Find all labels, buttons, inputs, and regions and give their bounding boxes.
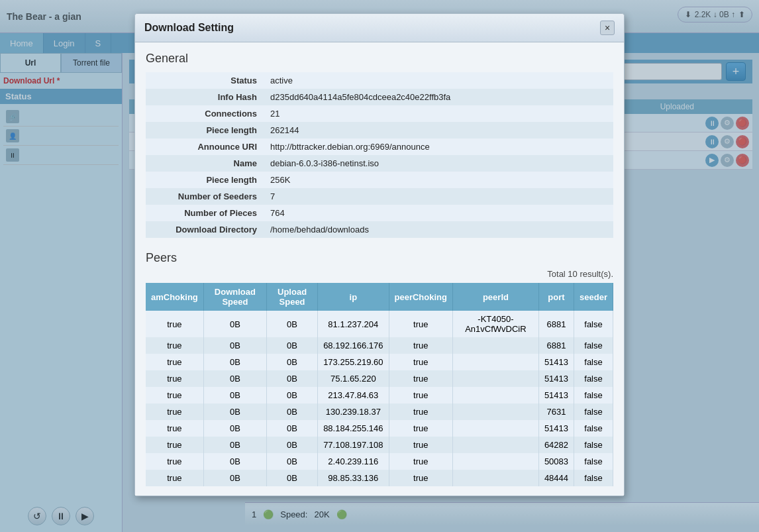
field-value: /home/behdad/downloads [265, 221, 613, 238]
peers-cell: 0B [266, 387, 317, 403]
peers-section-title: Peers [146, 251, 613, 265]
table-row: true0B0B130.239.18.37true7631false [146, 403, 613, 420]
peers-cell: false [574, 453, 613, 470]
field-label: Number of Seeders [146, 188, 265, 205]
info-row: Download Directory/home/behdad/downloads [146, 221, 613, 238]
peers-cell: 0B [266, 453, 317, 470]
peers-cell: 51413 [538, 370, 574, 387]
peers-cell: false [574, 420, 613, 437]
peers-column-header: peerChoking [389, 283, 452, 311]
peers-cell: false [574, 403, 613, 420]
peers-column-header: amChoking [146, 283, 203, 311]
peers-cell: 98.85.33.136 [318, 470, 389, 486]
modal-header: Download Setting × [135, 14, 624, 42]
field-value: d235dd640a4114a5fe804cdceea2c40e22ffb3fa [265, 89, 613, 105]
peers-cell: 7631 [538, 403, 574, 420]
peers-cell: true [389, 437, 452, 453]
peers-cell: true [146, 453, 203, 470]
peers-cell: true [389, 354, 452, 370]
peers-cell [452, 437, 538, 453]
table-row: true0B0B173.255.219.60true51413false [146, 354, 613, 370]
peers-cell: 0B [266, 311, 317, 337]
peers-cell [452, 420, 538, 437]
peers-cell: false [574, 311, 613, 337]
peers-cell: true [389, 311, 452, 337]
peers-cell [452, 370, 538, 387]
peers-cell: true [146, 311, 203, 337]
field-value: 21 [265, 105, 613, 122]
table-row: true0B0B81.1.237.204true-KT4050-An1vCfWv… [146, 311, 613, 337]
peers-cell: true [146, 370, 203, 387]
field-label: Name [146, 155, 265, 172]
peers-cell: true [146, 403, 203, 420]
field-value: debian-6.0.3-i386-netinst.iso [265, 155, 613, 172]
peers-cell: true [389, 337, 452, 354]
peers-cell: 88.184.255.146 [318, 420, 389, 437]
field-value: 7 [265, 188, 613, 205]
peers-cell: true [146, 387, 203, 403]
peers-cell: 0B [203, 370, 266, 387]
info-row: Statusactive [146, 72, 613, 89]
modal-close-button[interactable]: × [600, 21, 615, 35]
peers-cell: 213.47.84.63 [318, 387, 389, 403]
peers-cell: false [574, 337, 613, 354]
peers-cell: 51413 [538, 354, 574, 370]
table-row: true0B0B68.192.166.176true6881false [146, 337, 613, 354]
peers-cell: 0B [203, 420, 266, 437]
modal-body[interactable]: General StatusactiveInfo Hashd235dd640a4… [135, 42, 624, 496]
peers-cell: 0B [266, 354, 317, 370]
peers-cell [452, 453, 538, 470]
peers-cell: 0B [203, 311, 266, 337]
info-row: Number of Seeders7 [146, 188, 613, 205]
peers-cell: false [574, 470, 613, 486]
table-row: true0B0B75.1.65.220true51413false [146, 370, 613, 387]
peers-cell [452, 337, 538, 354]
peers-cell: 0B [266, 470, 317, 486]
info-row: Piece length256K [146, 172, 613, 188]
peers-cell: true [146, 470, 203, 486]
field-value: http://bttracker.debian.org:6969/announc… [265, 138, 613, 155]
info-row: Announce URIhttp://bttracker.debian.org:… [146, 138, 613, 155]
peers-cell: 77.108.197.108 [318, 437, 389, 453]
peers-cell: 130.239.18.37 [318, 403, 389, 420]
info-row: Info Hashd235dd640a4114a5fe804cdceea2c40… [146, 89, 613, 105]
peers-cell: true [389, 387, 452, 403]
field-label: Number of Pieces [146, 205, 265, 221]
peers-cell: true [389, 453, 452, 470]
field-label: Info Hash [146, 89, 265, 105]
field-label: Announce URI [146, 138, 265, 155]
peers-cell: 0B [203, 387, 266, 403]
peers-cell: 0B [203, 403, 266, 420]
table-row: true0B0B88.184.255.146true51413false [146, 420, 613, 437]
peers-cell: 6881 [538, 311, 574, 337]
peers-cell: true [389, 403, 452, 420]
peers-cell: 0B [266, 420, 317, 437]
peers-cell: false [574, 354, 613, 370]
peers-cell: 81.1.237.204 [318, 311, 389, 337]
peers-cell: 0B [266, 370, 317, 387]
info-row: Connections21 [146, 105, 613, 122]
peers-cell: false [574, 437, 613, 453]
total-results: Total 10 result(s). [146, 269, 613, 279]
table-row: true0B0B77.108.197.108true64282false [146, 437, 613, 453]
info-row: Number of Pieces764 [146, 205, 613, 221]
peers-cell: 75.1.65.220 [318, 370, 389, 387]
general-info-table: StatusactiveInfo Hashd235dd640a4114a5fe8… [146, 72, 613, 238]
modal-overlay: Download Setting × General StatusactiveI… [0, 0, 759, 532]
table-row: true0B0B2.40.239.116true50083false [146, 453, 613, 470]
field-value: 256K [265, 172, 613, 188]
peers-column-header: peerId [452, 283, 538, 311]
info-row: Piece length262144 [146, 122, 613, 138]
peers-cell: false [574, 387, 613, 403]
peers-cell: true [389, 470, 452, 486]
info-row: Namedebian-6.0.3-i386-netinst.iso [146, 155, 613, 172]
peers-cell: true [146, 437, 203, 453]
peers-column-header: ip [318, 283, 389, 311]
peers-cell: true [146, 420, 203, 437]
peers-cell: 51413 [538, 387, 574, 403]
download-setting-modal: Download Setting × General StatusactiveI… [134, 13, 625, 496]
peers-cell: true [146, 354, 203, 370]
peers-cell: 51413 [538, 420, 574, 437]
peers-cell: 0B [266, 403, 317, 420]
field-label: Connections [146, 105, 265, 122]
